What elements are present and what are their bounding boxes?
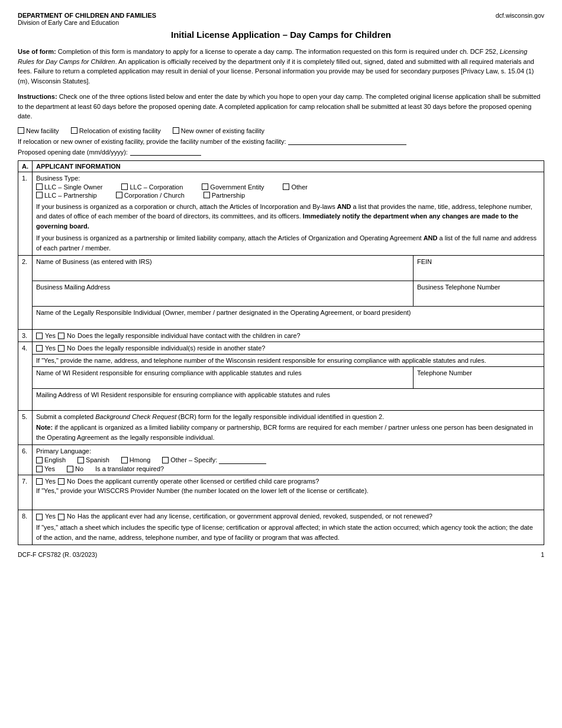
row3-no-checkbox[interactable] [58,333,64,339]
page-title: Initial License Application – Day Camps … [18,30,544,40]
row-7-ifyes: If "Yes," provide your WISCCRS Provider … [36,487,540,494]
wi-telephone-value[interactable] [417,376,540,386]
relocation-checkbox-item[interactable]: Relocation of existing facility [71,127,161,134]
fein-cell: FEIN [414,256,544,281]
row-2-num: 2. [18,256,33,330]
new-facility-checkbox[interactable] [18,127,24,134]
row-5-num: 5. [18,411,33,445]
table-row: 8. Yes No Has the applicant ever had any… [18,510,544,545]
partnership-item[interactable]: Partnership [204,192,245,199]
use-of-form-text: Completion of this form is mandatory to … [58,48,500,55]
business-type-row2: LLC – Partnership Corporation / Church P… [36,192,540,199]
gov-entity-checkbox[interactable] [202,183,208,190]
row-8-ifyes: If "yes," attach a sheet which includes … [36,523,540,542]
row-3-content: Yes No Does the legally responsible indi… [33,330,544,342]
row4-yes-label: Yes [45,344,56,352]
corp-church-item[interactable]: Corporation / Church [116,192,185,199]
row-5-note: Note: if the applicant is organized as a… [36,423,540,442]
row-4-num: 4. [18,342,33,411]
address-label: Business Mailing Address [36,284,409,291]
instructions-label: Instructions: [18,93,57,100]
business-name-value[interactable] [36,265,409,278]
llc-partnership-checkbox[interactable] [36,192,43,198]
wisccrs-number-value[interactable] [36,497,540,507]
llc-corporation-label: LLC – Corporation [130,183,183,191]
translator-yes-item[interactable]: Yes [36,465,55,472]
bcr-italic: Background Check Request [95,413,176,420]
table-row: 6. Primary Language: English Spanish Hmo… [18,445,544,475]
page-number: 1 [541,551,544,558]
facility-number-row: If relocation or new owner of existing f… [18,137,544,145]
llc-partnership-label: LLC – Partnership [44,192,97,199]
llc-partnership-item[interactable]: LLC – Partnership [36,192,97,199]
row7-no-checkbox[interactable] [58,478,64,485]
fein-label: FEIN [417,258,540,265]
row-6-content: Primary Language: English Spanish Hmong … [33,445,544,475]
row8-question: Has the applicant ever had any license, … [77,513,432,520]
facility-type-row: New facility Relocation of existing faci… [18,127,544,134]
row8-yes-checkbox[interactable] [36,514,43,520]
new-facility-checkbox-item[interactable]: New facility [18,127,59,134]
row3-yes-label: Yes [45,332,56,339]
website: dcf.wisconsin.gov [496,12,544,26]
form-number: DCF-F CFS782 (R. 03/2023) [18,551,97,558]
table-row: 5. Submit a completed Background Check R… [18,411,544,445]
other-lang-specify[interactable] [219,456,266,464]
wi-mailing-value[interactable] [36,398,540,408]
translator-yes-checkbox[interactable] [36,466,43,472]
header-left: DEPARTMENT OF CHILDREN AND FAMILIES Divi… [18,12,156,26]
proposed-date-input[interactable] [130,147,201,156]
llc-corporation-checkbox[interactable] [121,183,128,190]
section-a-header: A. APPLICANT INFORMATION [18,160,544,172]
instructions-paragraph: Instructions: Check one of the three opt… [18,92,544,121]
other-checkbox[interactable] [283,183,289,190]
other-lang-checkbox[interactable] [162,457,169,463]
phone-label: Business Telephone Number [417,284,540,291]
lri-label: Name of the Legally Responsible Individu… [36,309,540,316]
spanish-item[interactable]: Spanish [77,456,109,463]
english-checkbox[interactable] [36,457,43,463]
new-owner-label: New owner of existing facility [181,127,264,134]
gov-entity-item[interactable]: Government Entity [202,183,264,191]
row3-yes-checkbox[interactable] [36,333,43,339]
address-value[interactable] [36,291,409,304]
partnership-checkbox[interactable] [204,192,210,198]
phone-value[interactable] [417,291,540,304]
english-item[interactable]: English [36,456,66,463]
business-name-cell: Name of Business (as entered with IRS) [33,256,414,281]
lri-cell: Name of the Legally Responsible Individu… [33,307,544,329]
hmong-item[interactable]: Hmong [121,456,150,463]
other-lang-item[interactable]: Other – Specify: [162,456,266,464]
translator-no-item[interactable]: No [67,465,83,472]
use-of-form-paragraph: Use of form: Completion of this form is … [18,47,544,86]
other-item[interactable]: Other [283,183,308,191]
row8-no-checkbox[interactable] [58,514,64,520]
row-5-content: Submit a completed Background Check Requ… [33,411,544,445]
wi-resident-value[interactable] [36,376,409,386]
biz-note2: If your business is organized as a partn… [36,233,540,253]
row7-yes-checkbox[interactable] [36,478,43,485]
table-row: 2. Name of Business (as entered with IRS… [18,256,544,330]
row-3-num: 3. [18,330,33,342]
new-owner-checkbox[interactable] [173,127,179,134]
llc-corporation-item[interactable]: LLC – Corporation [121,183,183,191]
llc-single-owner-checkbox[interactable] [36,183,43,190]
new-owner-checkbox-item[interactable]: New owner of existing facility [173,127,264,134]
translator-no-checkbox[interactable] [67,466,73,472]
english-label: English [44,456,66,463]
row4-no-checkbox[interactable] [58,345,64,352]
row3-question: Does the legally responsible individual … [77,332,301,339]
table-row: 4. Yes No Does the legally responsible i… [18,342,544,411]
fein-value[interactable] [417,265,540,278]
lri-value[interactable] [36,316,540,327]
business-type-row1: LLC – Single Owner LLC – Corporation Gov… [36,183,540,191]
spanish-checkbox[interactable] [77,457,84,463]
relocation-checkbox[interactable] [71,127,77,134]
row4-yes-checkbox[interactable] [36,345,43,352]
hmong-checkbox[interactable] [121,457,128,463]
other-lang-label: Other – Specify: [170,456,217,463]
primary-language-label: Primary Language: [36,447,540,455]
corp-church-checkbox[interactable] [116,192,122,198]
llc-single-owner-item[interactable]: LLC – Single Owner [36,183,102,191]
facility-number-input[interactable] [288,137,406,145]
